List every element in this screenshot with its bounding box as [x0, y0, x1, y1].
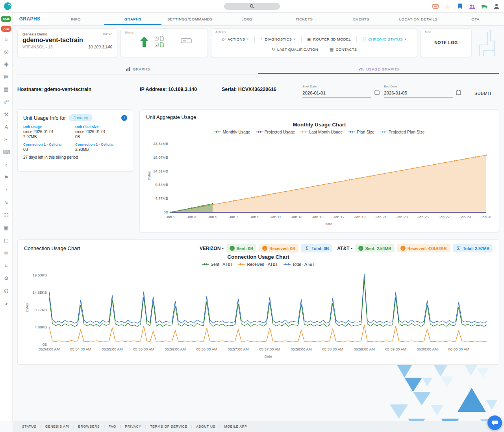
chip-label: Received: 0B: [269, 246, 295, 251]
received-chip: ↓Received: 0B: [259, 244, 298, 252]
note-log-button[interactable]: NOTE LOG: [425, 34, 467, 51]
contacts-icon[interactable]: ☷: [3, 212, 10, 219]
sim-card-icon: [160, 42, 164, 47]
actions-button[interactable]: ▷ACTIONS▾: [217, 37, 254, 42]
history-icon[interactable]: ◔: [3, 187, 10, 193]
connection-usage-card: Connection Usage Chart VERIZON -↑Sent: 0…: [17, 239, 499, 365]
month-chip[interactable]: January: [69, 114, 92, 121]
tab-settings-commands[interactable]: SETTINGS/COMMANDS: [161, 13, 219, 25]
svg-text:Jan 3: Jan 3: [187, 215, 196, 219]
svg-text:Jan 7: Jan 7: [229, 215, 238, 219]
settings-icon[interactable]: ⚙: [3, 275, 10, 282]
tab-events[interactable]: EVENTS: [333, 13, 390, 25]
device-group: VRF-INSOL - 13: [22, 44, 53, 49]
calendar-icon[interactable]: [374, 89, 380, 98]
devices-icon[interactable]: ▦: [3, 86, 10, 93]
router-3d-model-button[interactable]: ▣ROUTER 3D MODEL: [302, 37, 357, 42]
svg-text:05:59:30 AM: 05:59:30 AM: [385, 347, 406, 351]
account-name: Genesis Demo: [22, 32, 47, 36]
unit-usage-info-card: Unit Usage Info for January i Unit Usage…: [17, 109, 133, 172]
last-qualification-button[interactable]: ↻LAST QUALIFICATION: [266, 47, 324, 52]
submit-button[interactable]: SUBMIT: [474, 91, 492, 96]
svg-text:05:56:00 AM: 05:56:00 AM: [165, 347, 185, 351]
chronic-status-button[interactable]: ♡CHRONIC STATUS▾: [357, 37, 412, 42]
tab-location-details[interactable]: LOCATION DETAILS: [390, 13, 447, 25]
messages-icon[interactable]: ✉: [3, 250, 10, 256]
app-logo[interactable]: [4, 2, 12, 10]
contacts-button[interactable]: ▤CONTACTS: [324, 47, 363, 52]
subtab-graphs[interactable]: GRAPHS: [17, 64, 258, 74]
tab-logs[interactable]: LOGS: [219, 13, 276, 25]
router-icon: [180, 37, 192, 46]
organization-icon[interactable]: ▤: [3, 73, 10, 80]
end-date-input[interactable]: 2026-01-05: [384, 90, 453, 98]
signal-icon[interactable]: ∿: [3, 199, 10, 206]
flag-icon[interactable]: ⚑: [3, 174, 10, 181]
actions-row-1: ▷ACTIONS▾◔DIAGNOSTICS▾▣ROUTER 3D MODEL♡C…: [215, 34, 413, 44]
svg-text:Jan 13: Jan 13: [291, 215, 303, 219]
footer-link-about-us[interactable]: ABOUT US: [196, 425, 215, 428]
calendar-icon[interactable]: [456, 89, 461, 98]
account-icon[interactable]: [493, 3, 500, 10]
integrations-icon[interactable]: ☊: [3, 287, 10, 294]
connections-icon[interactable]: ☍: [3, 98, 10, 105]
search-bar[interactable]: [224, 3, 280, 10]
clipper-icon[interactable]: ✂: [3, 136, 10, 143]
tab-ota[interactable]: OTA: [447, 13, 504, 25]
tab-info[interactable]: INFO: [47, 13, 104, 25]
tab-list: INFOGRAPHSSETTINGS/COMMANDSLOGSTICKETSEV…: [47, 13, 504, 25]
apps-icon[interactable]: ⌗: [3, 262, 10, 269]
page-title-tab[interactable]: GRAPHS: [13, 13, 47, 25]
fleet-icon[interactable]: [481, 3, 488, 10]
footer-link-status[interactable]: STATUS: [22, 425, 36, 428]
pulse-icon: ♡: [362, 37, 366, 42]
inventory-icon[interactable]: ▢: [3, 237, 10, 244]
misc-label: Misc: [425, 30, 467, 34]
chat-button[interactable]: [487, 415, 502, 430]
sidebar-badge-red[interactable]: 7.6k: [1, 26, 11, 32]
home-icon[interactable]: ⌂: [3, 35, 10, 42]
field-since: since 2026-01-01: [23, 130, 75, 134]
tab-tickets[interactable]: TICKETS: [276, 13, 333, 25]
footer-link-faq[interactable]: FAQ: [109, 425, 116, 428]
sent-chip: ↑Sent: 2.54MB: [355, 244, 395, 252]
subtab-usage-graphs[interactable]: USAGE GRAPHS: [258, 64, 499, 74]
topbar: ☆: [0, 0, 504, 13]
footer-link-browsers[interactable]: BROWSERS: [78, 425, 100, 428]
location-icon[interactable]: ◉: [3, 61, 10, 67]
coverage-map-icon[interactable]: ◎: [3, 48, 10, 55]
device-name: gdemo-vent-tsctrain: [22, 37, 112, 44]
reports-icon[interactable]: ▣: [3, 224, 10, 231]
globe-icon[interactable]: ♁: [3, 161, 10, 168]
bar-chart-icon: [126, 67, 130, 71]
sim-row-1: 1: [155, 36, 164, 41]
tab-graphs[interactable]: GRAPHS: [104, 13, 161, 25]
actions-label: Actions: [215, 30, 413, 34]
svg-text:9.77KB: 9.77KB: [35, 308, 47, 312]
svg-text:Bytes: Bytes: [147, 171, 151, 180]
sim-card-icon: [160, 36, 164, 41]
legend-item: Last Month Usage: [300, 130, 343, 134]
usage-icon[interactable]: ◕: [3, 300, 10, 307]
bookmark-icon[interactable]: [456, 3, 463, 10]
connection-usage-chart-svg: 0B4.88KB9.77KB14.65KB19.53KB05:54:00 AM0…: [24, 267, 493, 359]
hostname-text: Hostname: gdemo-vent-tsctrain: [17, 87, 91, 92]
star-icon[interactable]: ☆: [444, 3, 451, 10]
contact-card-icon: ▤: [330, 47, 334, 52]
svg-text:Jan 31: Jan 31: [481, 215, 492, 219]
footer-link-privacy[interactable]: PRIVACY: [125, 425, 141, 428]
diagnostics-button[interactable]: ◔DIAGNOSTICS▾: [255, 37, 301, 41]
inbox-icon[interactable]: [432, 3, 439, 10]
footer-link-mobile-app[interactable]: MOBILE APP: [224, 425, 247, 428]
svg-text:05:54:30 AM: 05:54:30 AM: [70, 347, 91, 351]
footer-link-genesis-api[interactable]: GENESIS API: [45, 425, 69, 428]
users-icon[interactable]: [469, 3, 476, 10]
sidebar-badge-green[interactable]: 184k: [1, 16, 11, 22]
tools-icon[interactable]: ⚒: [3, 111, 10, 118]
info-icon[interactable]: i: [121, 115, 127, 121]
terminal-icon[interactable]: ⌨: [3, 149, 10, 156]
action-label: CONTACTS: [336, 47, 357, 52]
start-date-input[interactable]: 2026-01-01: [302, 90, 371, 98]
footer-link-terms-of-service[interactable]: TERMS OF SERVICE: [150, 425, 187, 428]
typography-icon[interactable]: A: [3, 124, 10, 130]
